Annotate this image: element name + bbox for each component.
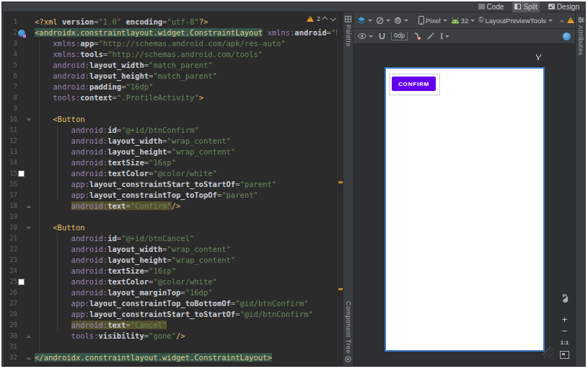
code-line[interactable]: 13 android:layout_height="wrap_content" [4,147,343,157]
tab-code[interactable]: Code [476,1,506,12]
code-line[interactable]: 27 app:layout_constraintTop_toBottomOf="… [4,298,343,309]
gutter: 28 [4,309,32,320]
line-number: 31 [4,342,17,352]
code-line[interactable]: 8 tools:context=".ProfileActivity"> [4,92,343,103]
toolbar-overflow-button[interactable]: » [560,17,563,25]
confirm-button-preview[interactable]: CONFIRM [392,77,436,91]
code-line[interactable]: 22 android:layout_width="wrap_content" [4,244,343,255]
code-line[interactable]: 5 android:layout_width="match_parent" [4,60,343,71]
api-selector[interactable]: 32 [451,17,475,25]
clear-constraints-icon[interactable] [413,32,421,40]
tools-attribute-wrench-icon[interactable] [535,53,542,61]
code-line[interactable]: 14 android:textSize="16sp" [4,157,343,168]
line-number: 10 [4,114,17,125]
code-line[interactable]: 19 [4,212,343,222]
code-line[interactable]: 6 android:layout_height="match_parent" [4,71,343,82]
code-line[interactable]: 24 android:textSize="16sp" [4,266,343,277]
code-line[interactable]: 20 <Button [4,222,343,233]
code-line[interactable]: 4 xmlns:tools="http://schemas.android.co… [4,49,343,60]
code-line[interactable]: 23 android:layout_height="wrap_content" [4,255,343,266]
line-number: 8 [4,92,17,103]
autoconnect-magnet-icon[interactable] [378,32,386,40]
code-line[interactable]: 32</androidx.constraintlayout.widget.Con… [4,352,343,363]
code-line[interactable]: 2<androidx.constraintlayout.widget.Const… [4,27,343,38]
code-line[interactable]: 26 android:layout_marginTop="16dp" [4,287,343,298]
surface-selector-button[interactable] [357,17,372,25]
view-options-button[interactable] [358,33,373,39]
gutter: 3 [4,38,32,49]
line-number: 12 [4,136,17,147]
dropdown-caret-icon [548,19,553,22]
theme-icon: © [478,17,483,24]
prev-issue-icon[interactable] [322,16,328,22]
attributes-tab[interactable]: Attributes [576,17,586,56]
code-line[interactable]: 11 android:id="@+id/btnConfirm" [4,125,343,136]
code-line[interactable]: 31 [4,342,343,352]
density-selector-button[interactable] [394,17,408,25]
xml-code-editor[interactable]: 1<?xml version="1.0" encoding="utf-8"?>2… [4,12,343,366]
text-tool-button[interactable]: I [440,32,449,40]
fold-collapse-icon[interactable] [27,227,31,230]
code-line[interactable]: 25 android:textColor="@color/white" [4,277,343,287]
component-tree-tab[interactable]: Component Tree [343,301,353,362]
code-line[interactable]: 15 android:textColor="@color/white" [4,168,343,179]
tab-design[interactable]: Design [546,1,582,12]
zoom-ratio-button[interactable]: 1:1 [561,339,569,346]
theme-selector[interactable]: © LayoutPreviewTools [478,17,553,25]
default-margin-selector[interactable]: 0dp [391,32,408,40]
code-line[interactable]: 1<?xml version="1.0" encoding="utf-8"?> [4,17,343,27]
code-line[interactable]: 29 android:text="Cancel" [4,320,343,331]
tab-code-label: Code [487,3,504,11]
dropdown-caret-icon [368,19,372,22]
gutter: 10 [4,114,32,125]
inspections-widget[interactable]: 2 [307,15,335,22]
zoom-out-button[interactable]: − [562,329,568,334]
constraintlayout-class-icon[interactable] [18,30,25,37]
component-tree-icon [345,356,351,362]
code-line[interactable]: 3 xmlns:app="http://schemas.android.com/… [4,38,343,49]
line-number: 11 [4,125,17,136]
code-line[interactable]: 30 tools:visibility="gone"/> [4,331,343,342]
fold-end-icon[interactable] [27,357,31,360]
code-line[interactable]: 10 <Button [4,114,343,125]
issue-notification-orb[interactable] [563,32,571,40]
code-line[interactable]: 18 android:text="Confirm"/> [4,201,343,212]
code-line[interactable]: 12 android:layout_width="wrap_content" [4,136,343,147]
design-surface[interactable]: CONFIRM + − 1:1 [354,44,575,366]
code-line[interactable]: 16 app:layout_constraintStart_toStartOf=… [4,179,343,190]
attributes-tab-label: Attributes [577,25,584,56]
code-line[interactable]: 17 app:layout_constraintTop_toTopOf="par… [4,190,343,201]
pan-hand-icon[interactable] [561,293,569,303]
design-left-strip: Palette Component Tree [343,12,354,366]
device-selector[interactable]: Pixel [418,16,447,25]
layout-warnings-icon[interactable] [567,17,574,23]
zoom-to-fit-button[interactable] [560,351,569,359]
split-tab-icon [514,4,521,9]
color-white-swatch-icon[interactable] [18,279,25,285]
device-preview-canvas[interactable]: CONFIRM [385,67,545,352]
code-line[interactable]: 28 app:layout_constraintStart_toStartOf=… [4,309,343,320]
night-mode-button[interactable] [376,17,390,25]
fold-end-icon[interactable] [27,205,31,208]
palette-tab[interactable]: Palette [343,16,353,47]
zoom-controls: + − 1:1 [560,293,569,359]
color-white-swatch-icon[interactable] [18,170,25,177]
code-line[interactable]: 7 android:padding="16dp" [4,82,343,92]
code-line[interactable]: 9 [4,103,343,114]
gutter: 17 [4,190,32,201]
warning-stripe-mark[interactable] [338,288,343,290]
code-line[interactable]: 21 android:id="@+id/btnCancel" [4,233,343,244]
line-number: 18 [4,201,17,212]
warning-stripe-mark[interactable] [338,181,343,183]
infer-constraints-wand-icon[interactable] [426,32,435,40]
gutter: 25 [4,277,32,287]
indent-guide [39,38,40,352]
zoom-in-button[interactable]: + [562,316,568,323]
tab-split[interactable]: Split [512,1,539,12]
editor-error-stripe[interactable] [337,12,343,366]
tab-design-label: Design [557,3,579,11]
line-number: 22 [4,244,17,255]
line-number: 24 [4,266,17,277]
fold-collapse-icon[interactable] [27,118,31,121]
fold-end-icon[interactable] [27,335,31,338]
